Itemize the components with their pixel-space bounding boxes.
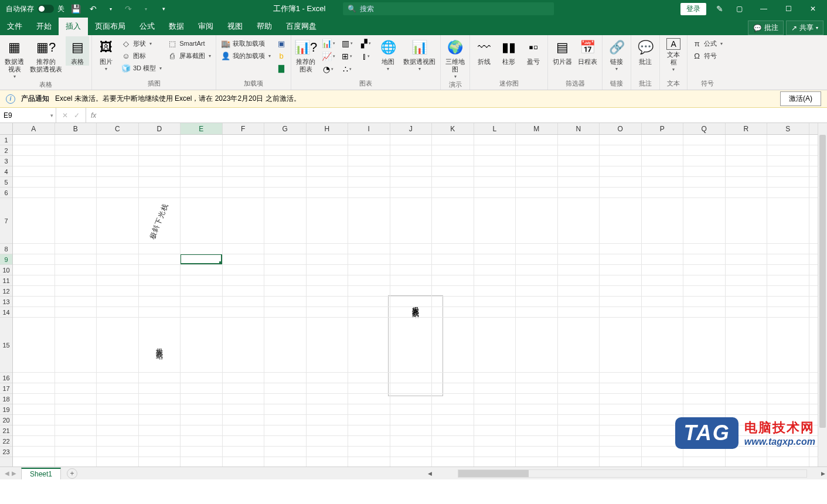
row-header-17[interactable]: 17 [0,383,12,394]
tab-help[interactable]: 帮助 [250,18,279,35]
icons-button[interactable]: ☺图标 [119,50,164,62]
row-header-15[interactable]: 15 [0,318,12,373]
smartart-button[interactable]: ⬚SmartArt [165,38,213,49]
row-header-9[interactable]: 9 [0,254,12,265]
selected-cell[interactable] [180,254,222,264]
cancel-formula-button[interactable]: ✕ [62,111,68,120]
vertical-scrollbar[interactable] [818,123,827,466]
row-headers[interactable]: 1234567891011121314151617181920212223 [0,135,13,466]
share-button[interactable]: ↗共享▾ [786,21,823,35]
row-header-21[interactable]: 21 [0,425,12,436]
comments-toggle[interactable]: 💬批注 [748,21,784,35]
column-header-B[interactable]: B [55,123,97,134]
tab-pagelayout[interactable]: 页面布局 [88,18,132,35]
row-header-16[interactable]: 16 [0,373,12,383]
tab-data[interactable]: 数据 [162,18,191,35]
sheet-tab-1[interactable]: Sheet1 [21,468,61,479]
row-header-3[interactable]: 3 [0,156,12,166]
combo-chart-button[interactable]: ⫿▾ [358,50,374,62]
column-header-Q[interactable]: Q [683,123,726,134]
visio-addin-button[interactable]: ▣ [274,38,288,49]
name-box[interactable]: E9 ▾ [0,108,56,122]
row-header-20[interactable]: 20 [0,415,12,425]
tab-view[interactable]: 视图 [220,18,250,35]
tab-formulas[interactable]: 公式 [132,18,162,35]
column-header-K[interactable]: K [432,123,474,134]
column-header-R[interactable]: R [726,123,768,134]
column-header-F[interactable]: F [223,123,265,134]
select-all-corner[interactable] [0,123,13,135]
qat-customize[interactable]: ▾ [157,2,170,15]
pie-chart-button[interactable]: ◔▾ [320,63,336,75]
sparkline-line-button[interactable]: 〰折线 [472,36,496,66]
column-chart-button[interactable]: 📊▾ [320,38,336,49]
sheet-nav-next[interactable]: ▶ [12,470,16,476]
close-button[interactable]: ✕ [801,1,825,17]
column-header-L[interactable]: L [474,123,516,134]
pivotchart-button[interactable]: 📊数据透视图▾ [401,36,438,71]
column-header-N[interactable]: N [558,123,600,134]
get-addins-button[interactable]: 🏬获取加载项 [219,38,273,49]
pivot-table-button[interactable]: ▦数据透 视表▾ [2,36,26,79]
search-box[interactable]: 🔍 搜索 [343,2,554,15]
redo-button[interactable]: ↷ [122,2,135,15]
symbol-button[interactable]: Ω符号 [690,50,725,62]
tab-file[interactable]: 文件 [0,18,29,35]
recommended-charts-button[interactable]: 📊?推荐的 图表 [294,36,318,73]
recommended-pivot-button[interactable]: ▦?推荐的 数据透视表 [28,36,64,73]
autosave-toggle[interactable]: 自动保存 关 [6,4,64,14]
table-button[interactable]: ▤表格 [66,36,89,66]
column-header-D[interactable]: D [139,123,181,134]
pen-icon[interactable]: ✎ [713,2,726,15]
sparkline-winloss-button[interactable]: ▪▫盈亏 [522,36,545,66]
map-chart-button[interactable] [358,63,374,75]
3dmodel-button[interactable]: 🧊3D 模型▾ [119,62,164,74]
column-header-P[interactable]: P [642,123,684,134]
shapes-button[interactable]: ◇形状▾ [119,38,164,49]
cell-d15[interactable]: 极光下载站 [139,318,180,373]
tab-baidu[interactable]: 百度网盘 [279,18,324,35]
comment-button[interactable]: 💬批注 [634,36,657,66]
equation-button[interactable]: π公式▾ [690,38,725,49]
tab-insert[interactable]: 插入 [59,18,88,35]
vscroll-thumb[interactable] [819,135,826,428]
hierarchy-chart-button[interactable]: ▥▾ [339,38,355,49]
slicer-button[interactable]: ▤切片器 [550,36,574,66]
horizontal-scrollbar[interactable] [458,469,807,478]
row-header-10[interactable]: 10 [0,265,12,275]
fx-icon[interactable]: fx [86,108,101,122]
statistic-chart-button[interactable]: ⊞▾ [339,50,355,62]
row-header-11[interactable]: 11 [0,275,12,286]
ribbon-options-button[interactable]: ▢ [727,1,751,17]
minimize-button[interactable]: ― [752,1,775,17]
sheet-nav-prev[interactable]: ◀ [5,470,9,476]
my-addins-button[interactable]: 👤我的加载项▾ [219,50,273,62]
hscroll-left[interactable]: ◀ [426,471,434,476]
row-header-23[interactable]: 23 [0,447,12,457]
column-header-A[interactable]: A [13,123,55,134]
maps-button[interactable]: 🌐地图▾ [376,36,400,71]
column-header-S[interactable]: S [767,123,809,134]
hscroll-right[interactable]: ▶ [819,471,827,476]
row-header-5[interactable]: 5 [0,177,12,188]
row-header-22[interactable]: 22 [0,436,12,447]
column-header-H[interactable]: H [307,123,349,134]
screenshot-button[interactable]: ⎙屏幕截图▾ [165,50,213,62]
redo-dropdown[interactable]: ▾ [139,2,152,15]
row-header-2[interactable]: 2 [0,145,12,156]
column-header-J[interactable]: J [390,123,433,134]
line-chart-button[interactable]: 📈▾ [320,50,336,62]
add-sheet-button[interactable]: + [67,468,77,479]
text-box-shape[interactable]: 极光下载站 [388,295,443,396]
row-header-18[interactable]: 18 [0,394,12,404]
timeline-button[interactable]: 📅日程表 [576,36,600,66]
sparkline-column-button[interactable]: ▮▮柱形 [497,36,520,66]
column-header-I[interactable]: I [348,123,390,134]
pictures-button[interactable]: 🖼图片▾ [94,36,118,71]
cell-d7[interactable]: 极斜下光栈 [139,198,180,244]
tab-review[interactable]: 审阅 [191,18,220,35]
row-header-1[interactable]: 1 [0,135,12,145]
accept-formula-button[interactable]: ✓ [74,111,80,120]
hscroll-thumb[interactable] [458,470,529,477]
row-header-6[interactable]: 6 [0,188,12,198]
